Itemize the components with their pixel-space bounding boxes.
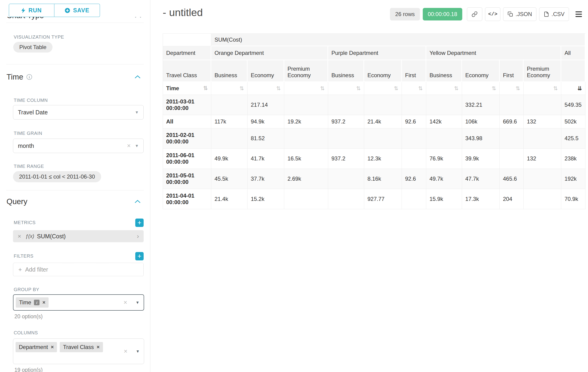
code-icon: </>: [488, 11, 497, 17]
sort-toggle-cell[interactable]: ⇅: [284, 82, 328, 95]
query-section-header: Query: [7, 197, 144, 206]
value-cell: 937.2: [328, 115, 364, 128]
table-row: All117k94.9k19.2k937.221.4k92.6142k106k6…: [163, 115, 586, 128]
save-button[interactable]: SAVE: [54, 4, 100, 17]
sort-icon[interactable]: ⇅: [553, 85, 558, 92]
group-by-tag-time: Time i ×: [16, 297, 49, 308]
sort-icon[interactable]: ⇅: [320, 85, 325, 92]
sort-icon[interactable]: ⇅: [394, 85, 398, 92]
sort-toggle-cell[interactable]: ⇅: [426, 82, 462, 95]
sort-icon[interactable]: ⇅: [203, 85, 208, 91]
sort-toggle-cell[interactable]: ⇅: [364, 82, 402, 95]
metric-pill[interactable]: × ƒ(x) SUM(Cost) ›: [13, 230, 144, 242]
chevron-down-icon[interactable]: ▼: [135, 110, 139, 114]
menu-button[interactable]: [573, 10, 584, 19]
col-header: Business: [211, 60, 248, 82]
time-column-select[interactable]: Travel Date ▼: [13, 105, 144, 119]
value-cell: 21.4k: [211, 189, 248, 209]
visualization-type-label: VISUALIZATION TYPE: [14, 34, 64, 40]
sort-desc-active-icon[interactable]: ⇊: [578, 85, 582, 92]
export-json-button[interactable]: .JSON: [503, 7, 536, 21]
view-query-button[interactable]: </>: [485, 7, 500, 21]
sort-icon[interactable]: ⇅: [492, 85, 496, 92]
remove-metric-icon[interactable]: ×: [18, 233, 21, 240]
sort-icon[interactable]: ⇅: [418, 85, 423, 92]
remove-tag-icon[interactable]: ×: [42, 300, 45, 305]
time-grain-select[interactable]: month × ▼: [13, 138, 144, 153]
value-cell: 132: [524, 115, 561, 128]
group-by-options-hint: 20 option(s): [14, 313, 42, 320]
time-grain-label: TIME GRAIN: [14, 131, 42, 136]
run-button-label: RUN: [28, 7, 42, 14]
value-cell: 17.3k: [462, 189, 500, 209]
share-link-button[interactable]: [467, 7, 482, 21]
divider: [6, 22, 144, 23]
collapse-query-section-icon[interactable]: [134, 200, 141, 204]
clear-all-icon[interactable]: ×: [124, 348, 127, 355]
add-filter-label: Add filter: [25, 266, 48, 273]
chart-header-toolbar: 26 rows 00:00:00.18 </> .JSON .CSV: [390, 7, 584, 21]
sort-toggle-cell[interactable]: ⇅: [462, 82, 500, 95]
sort-icon[interactable]: ⇅: [356, 85, 361, 92]
time-sort-header[interactable]: Time ⇅: [163, 82, 211, 95]
tag-label: Travel Class: [63, 344, 94, 350]
value-cell: [524, 169, 561, 189]
sort-toggle-cell[interactable]: ⇅: [524, 82, 561, 95]
value-cell: 92.6: [402, 169, 426, 189]
sort-toggle-cell[interactable]: ⇅: [211, 82, 248, 95]
export-csv-label: .CSV: [552, 11, 565, 17]
sort-toggle-cell[interactable]: ⇅: [500, 82, 524, 95]
sort-icon[interactable]: ⇅: [240, 85, 244, 92]
value-cell: 70.9k: [561, 189, 586, 209]
query-section-heading: Query: [7, 197, 27, 206]
plus-circle-icon: [65, 8, 70, 13]
run-button[interactable]: RUN: [9, 4, 54, 17]
sort-toggle-cell[interactable]: ⇊: [561, 82, 586, 95]
function-icon: ƒ(x): [25, 233, 34, 239]
remove-tag-icon[interactable]: ×: [51, 345, 54, 350]
time-column-label: TIME COLUMN: [14, 98, 48, 103]
value-cell: [328, 169, 364, 189]
add-filter-plus-button[interactable]: +: [135, 252, 144, 260]
file-icon: [544, 11, 549, 17]
remove-tag-icon[interactable]: ×: [97, 345, 100, 350]
group-by-select[interactable]: Time i × × ▼: [13, 294, 144, 311]
value-cell: 12.3k: [364, 149, 402, 169]
clear-icon[interactable]: ×: [127, 143, 131, 149]
all-column-header: All: [561, 46, 586, 60]
value-cell: [211, 95, 248, 115]
sort-icon[interactable]: ⇅: [454, 85, 459, 92]
sort-toggle-cell[interactable]: ⇅: [328, 82, 364, 95]
value-cell: [524, 128, 561, 149]
value-cell: [500, 95, 524, 115]
time-range-pill[interactable]: 2011-01-01 ≤ col < 2011-06-30: [13, 171, 101, 182]
table-row: 2011-06-01 00:00:0049.9k41.7k16.5k937.21…: [163, 149, 586, 169]
chevron-down-icon[interactable]: ▼: [135, 144, 139, 148]
columns-select[interactable]: Department × Travel Class × × ▼: [13, 339, 144, 364]
collapse-time-section-icon[interactable]: [134, 75, 141, 79]
query-timer-badge: 00:00:00.18: [423, 8, 462, 21]
sort-toggle-cell[interactable]: ⇅: [248, 82, 284, 95]
visualization-type-pill[interactable]: Pivot Table: [13, 42, 52, 53]
chevron-down-icon[interactable]: ▼: [136, 301, 139, 305]
sort-icon[interactable]: ⇅: [516, 85, 520, 92]
value-cell: 937.2: [328, 149, 364, 169]
sort-toggle-cell[interactable]: ⇅: [402, 82, 426, 95]
export-csv-button[interactable]: .CSV: [539, 7, 569, 21]
value-cell: [524, 95, 561, 115]
chevron-down-icon[interactable]: ▼: [136, 350, 140, 353]
chart-title[interactable]: - untitled: [163, 7, 203, 19]
add-filter-button[interactable]: + Add filter: [13, 263, 144, 276]
value-cell: [284, 95, 328, 115]
add-metric-button[interactable]: +: [135, 219, 144, 227]
clear-all-icon[interactable]: ×: [123, 299, 127, 306]
time-section-heading: Time: [7, 73, 23, 81]
chevron-right-icon[interactable]: ›: [137, 233, 139, 240]
value-cell: 142k: [426, 115, 462, 128]
sort-icon[interactable]: ⇅: [276, 85, 281, 92]
value-cell: 217.14: [248, 95, 284, 115]
group-header-orange: Orange Department: [211, 46, 328, 60]
value-cell: 549.35: [561, 95, 586, 115]
time-column-value: Travel Date: [18, 109, 48, 116]
value-cell: 92.6: [402, 115, 426, 128]
